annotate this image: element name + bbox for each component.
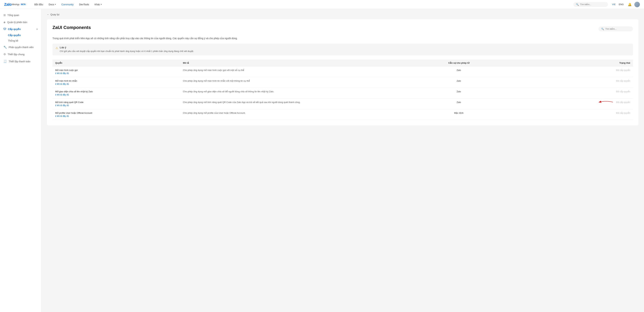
page-description: Trong quá trình phát triển Mini App sẽ c…: [52, 36, 633, 40]
quan-ly-icon: ◈: [4, 20, 6, 24]
logo-mini: MiniApp: [12, 3, 19, 6]
perm-status-cell: Đã cấp quyền: [517, 66, 633, 77]
sidebar-item-cap-quyen[interactable]: 🛡 Cấp quyền ∨: [0, 26, 41, 32]
sidebar-group-thiet-lap-thanh-toan: 🧾 Thiết lập thanh toán: [0, 58, 41, 65]
nav-right: 🔍 VIE ENG 🔔: [574, 2, 640, 7]
perm-desc-cell: Cho phép ứng dụng mở profile của User ho…: [180, 109, 401, 120]
inline-search-input[interactable]: [605, 28, 630, 30]
logo-zalo: Zalo: [4, 2, 12, 7]
perm-status-text: Đã cấp quyền: [616, 112, 630, 114]
content-card: ZaUI Components 🔍 Trong quá trình phát t…: [47, 19, 638, 126]
col-header-quyen: Quyền: [52, 60, 180, 66]
perm-required-from-cell: Zalo: [401, 98, 517, 109]
perm-required-from-cell: Zalo: [401, 88, 517, 98]
sidebar-item-tong-quan[interactable]: ⊞ Tổng quan: [0, 12, 41, 18]
thiet-lap-thanh-toan-icon: 🧾: [4, 60, 7, 63]
sidebar: ⊞ Tổng quan ◈ Quản lý phiên bản 🛡 Cấp qu…: [0, 9, 42, 312]
perm-link[interactable]: ℹ Mô tả đầy đủ: [55, 115, 178, 117]
perm-desc-cell: Cho phép ứng dụng mở màn hình cuộc gọi v…: [180, 66, 401, 77]
perm-desc-cell: Cho phép ứng dụng mở giao diện chia sẻ đ…: [180, 88, 401, 98]
sidebar-group-quan-ly: ◈ Quản lý phiên bản: [0, 19, 41, 26]
nav-item-bat-dau[interactable]: Bắt đầu: [32, 2, 46, 7]
nav-item-devtools[interactable]: DevTools: [76, 2, 92, 7]
page-title: ZaUI Components: [52, 25, 91, 30]
sidebar-item-phan-quyen-thanh-vien[interactable]: 🔧 Phân quyền thành viên: [0, 44, 41, 50]
info-icon: ℹ: [55, 72, 56, 74]
perm-status-cell: Đã cấp quyền: [517, 88, 633, 98]
red-arrow-annotation: [598, 100, 615, 105]
sidebar-group-phan-quyen: 🔧 Phân quyền thành viên: [0, 44, 41, 50]
table-row: Mở tính năng quét QR Code ℹ Mô tả đầy đủ…: [52, 98, 633, 109]
language-switcher: VIE ENG: [611, 2, 625, 6]
cap-quyen-chevron-icon: ∨: [36, 28, 38, 30]
notice-text: Chỉ gửi yêu cầu xét duyệt cấp quyền khi …: [60, 50, 194, 53]
top-search-bar[interactable]: 🔍: [574, 2, 608, 7]
info-icon: ℹ: [55, 94, 56, 96]
lang-vie[interactable]: VIE: [611, 2, 617, 6]
perm-status-text: Đã cấp quyền: [616, 80, 630, 82]
perm-required-from-cell: Zalo: [401, 77, 517, 88]
perm-link[interactable]: ℹ Mô tả đầy đủ: [55, 72, 178, 74]
nav-items: Bắt đầu Docs ▾ Community DevTools Khác ▾: [32, 2, 574, 7]
phan-quyen-icon: 🔧: [4, 46, 7, 49]
perm-name-cell: Mở màn hình cuộc gọi ℹ Mô tả đầy đủ: [52, 66, 180, 77]
sidebar-group-tong-quan: ⊞ Tổng quan: [0, 12, 41, 18]
table-header-row: Quyền Mô tả Cần sự cho phép từ Trạng thá…: [52, 60, 633, 66]
perm-desc-cell: Cho phép ứng dụng mở màn hình tin nhắn v…: [180, 77, 401, 88]
table-row: Mở profile User hoặc Official Account ℹ …: [52, 109, 633, 120]
perm-required-from-cell: Zalo: [401, 66, 517, 77]
logo-area[interactable]: Zalo MiniApp BETA: [4, 2, 26, 7]
permissions-table: Quyền Mô tả Cần sự cho phép từ Trạng thá…: [52, 60, 633, 120]
perm-status-text: Đã cấp quyền: [616, 101, 630, 104]
perm-link[interactable]: ℹ Mô tả đầy đủ: [55, 104, 178, 107]
docs-dropdown-icon: ▾: [55, 3, 56, 6]
perm-status-cell: Đã cấp quyền: [517, 98, 633, 109]
khac-dropdown-icon: ▾: [101, 3, 102, 6]
inline-search-icon: 🔍: [601, 28, 604, 30]
main-layout: ⊞ Tổng quan ◈ Quản lý phiên bản 🛡 Cấp qu…: [0, 9, 644, 312]
perm-status-cell: Đã cấp quyền: [517, 109, 633, 120]
perm-name: Mở profile User hoặc Official Account: [55, 112, 178, 114]
nav-item-khac[interactable]: Khác ▾: [92, 2, 104, 7]
perm-name-cell: Mở màn hình tin nhắn ℹ Mô tả đầy đủ: [52, 77, 180, 88]
perm-name: Mở màn hình cuộc gọi: [55, 69, 178, 72]
tong-quan-icon: ⊞: [4, 14, 6, 17]
title-row: ZaUI Components 🔍: [52, 25, 633, 33]
sidebar-group-thiet-lap-chung: ⚙ Thiết lập chung: [0, 51, 41, 58]
table-row: Mở màn hình tin nhắn ℹ Mô tả đầy đủ Cho …: [52, 77, 633, 88]
notice-warning-icon: ⚠: [56, 46, 58, 50]
sidebar-item-quan-ly-phien-ban[interactable]: ◈ Quản lý phiên bản: [0, 19, 41, 26]
perm-name-cell: Mở tính năng quét QR Code ℹ Mô tả đầy đủ: [52, 98, 180, 109]
back-button[interactable]: ← Quay lại: [47, 13, 638, 16]
search-input[interactable]: [580, 3, 604, 6]
notification-bell-icon[interactable]: 🔔: [628, 2, 632, 6]
perm-desc-cell: Cho phép ứng dụng mở tính năng quét QR C…: [180, 98, 401, 109]
inline-search-bar[interactable]: 🔍: [598, 26, 633, 32]
perm-name: Mở màn hình tin nhắn: [55, 80, 178, 82]
col-header-trang-thai: Trạng thái: [517, 60, 633, 66]
lang-eng[interactable]: ENG: [618, 2, 625, 6]
perm-name-cell: Mở giao diện chia sẻ lên nhật ký Zalo ℹ …: [52, 88, 180, 98]
perm-name-cell: Mở profile User hoặc Official Account ℹ …: [52, 109, 180, 120]
perm-required-from-cell: Mặc định: [401, 109, 517, 120]
table-row: Mở giao diện chia sẻ lên nhật ký Zalo ℹ …: [52, 88, 633, 98]
col-header-mo-ta: Mô tả: [180, 60, 401, 66]
sidebar-item-thiet-lap-chung[interactable]: ⚙ Thiết lập chung: [0, 51, 41, 58]
perm-status-cell: Đã cấp quyền: [517, 77, 633, 88]
sidebar-item-thiet-lap-thanh-toan[interactable]: 🧾 Thiết lập thanh toán: [0, 58, 41, 65]
sidebar-sub-cap-quyen: Cấp quyền Thống kê: [0, 32, 41, 44]
top-navigation: Zalo MiniApp BETA Bắt đầu Docs ▾ Communi…: [0, 0, 644, 9]
nav-item-docs[interactable]: Docs ▾: [46, 2, 58, 7]
perm-link[interactable]: ℹ Mô tả đầy đủ: [55, 83, 178, 85]
notice-content: Lưu ý Chỉ gửi yêu cầu xét duyệt cấp quyề…: [60, 46, 194, 53]
info-icon: ℹ: [55, 83, 56, 85]
sidebar-sub-item-thong-ke[interactable]: Thống kê: [8, 38, 41, 44]
nav-item-community[interactable]: Community: [59, 2, 76, 7]
perm-name: Mở tính năng quét QR Code: [55, 101, 178, 104]
notice-box: ⚠ Lưu ý Chỉ gửi yêu cầu xét duyệt cấp qu…: [52, 44, 633, 56]
perm-link[interactable]: ℹ Mô tả đầy đủ: [55, 94, 178, 96]
cap-quyen-icon: 🛡: [4, 28, 6, 31]
user-avatar[interactable]: [634, 2, 640, 7]
sidebar-group-cap-quyen: 🛡 Cấp quyền ∨ Cấp quyền Thống kê: [0, 26, 41, 44]
sidebar-sub-item-cap-quyen[interactable]: Cấp quyền: [8, 32, 41, 38]
